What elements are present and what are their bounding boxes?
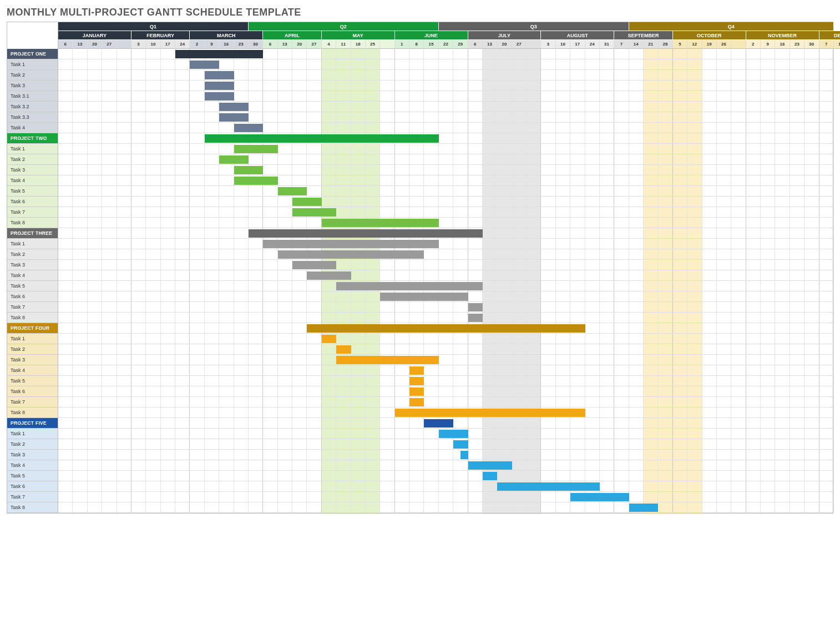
project-label: PROJECT ONE: [7, 49, 58, 59]
task-row: Task 7: [7, 302, 833, 313]
week-header: 11: [336, 40, 351, 49]
task-row: Task 3.2: [7, 102, 833, 112]
gantt-bar: [380, 293, 468, 301]
task-label: Task 7: [7, 207, 58, 218]
gantt-bar: [205, 71, 234, 79]
row-grid: [58, 91, 833, 102]
task-row: Task 5: [7, 376, 833, 386]
gantt-bar: [205, 134, 439, 143]
task-row: Task 7: [7, 207, 833, 218]
task-label: Task 6: [7, 291, 58, 302]
gantt-chart: Q1Q2Q3Q4JANUARYFEBRUARYMARCHAPRILMAYJUNE…: [7, 22, 833, 514]
gantt-bar: [468, 314, 483, 322]
month-header: MARCH: [190, 31, 263, 40]
header-weeks-row: 6132027310172429162330613202741118251815…: [7, 40, 833, 49]
task-label: Task 5: [7, 471, 58, 481]
week-header: 9: [761, 40, 775, 49]
row-grid: [58, 492, 833, 502]
task-label: Task 1: [7, 429, 58, 439]
week-header: 29: [453, 40, 468, 49]
task-label: Task 1: [7, 59, 58, 70]
task-row: Task 5: [7, 471, 833, 481]
row-grid: [58, 407, 833, 418]
row-grid: [58, 175, 833, 186]
gantt-bar: [336, 356, 439, 364]
gantt-bar: [570, 493, 629, 501]
week-header: [117, 40, 131, 49]
row-grid: [58, 102, 833, 112]
task-row: Task 1: [7, 59, 833, 70]
week-header: 9: [205, 40, 219, 49]
project-label: PROJECT TWO: [7, 133, 58, 144]
gantt-bar: [424, 419, 453, 427]
task-row: Task 1: [7, 144, 833, 154]
task-label: Task 4: [7, 175, 58, 186]
week-header: 6: [58, 40, 73, 49]
gantt-bar: [483, 472, 497, 480]
task-label: Task 3: [7, 260, 58, 270]
task-label: Task 2: [7, 439, 58, 450]
task-row: Task 8: [7, 502, 833, 513]
week-header: 12: [687, 40, 702, 49]
week-header: 4: [322, 40, 336, 49]
task-row: Task 5: [7, 281, 833, 291]
row-grid: [58, 418, 833, 429]
gantt-bar: [205, 92, 234, 100]
row-grid: [58, 365, 833, 376]
row-grid: [58, 239, 833, 249]
row-grid: [58, 123, 833, 133]
task-label: Task 6: [7, 197, 58, 207]
task-row: Task 6: [7, 481, 833, 492]
task-row: Task 5: [7, 186, 833, 197]
gantt-bar: [336, 345, 351, 354]
task-label: Task 5: [7, 376, 58, 386]
task-label: Task 1: [7, 144, 58, 154]
week-header: 30: [804, 40, 819, 49]
week-header: 7: [819, 40, 834, 49]
month-header: MAY: [322, 31, 395, 40]
week-header: 19: [702, 40, 717, 49]
task-label: Task 4: [7, 270, 58, 281]
gantt-bar: [409, 377, 424, 385]
gantt-bar: [292, 198, 322, 206]
row-grid: [58, 397, 833, 407]
task-label: Task 3.2: [7, 102, 58, 112]
row-grid: [58, 386, 833, 397]
quarter-header: Q2: [249, 22, 439, 31]
project-label: PROJECT FIVE: [7, 418, 58, 429]
week-header: [527, 40, 541, 49]
gantt-bar: [409, 388, 424, 396]
row-grid: [58, 481, 833, 492]
task-label: Task 7: [7, 492, 58, 502]
task-label: Task 3: [7, 165, 58, 175]
task-label: Task 3.3: [7, 112, 58, 123]
task-row: Task 2: [7, 439, 833, 450]
row-grid: [58, 439, 833, 450]
task-row: Task 2: [7, 70, 833, 80]
row-grid: [58, 59, 833, 70]
row-grid: [58, 165, 833, 175]
task-row: Task 4: [7, 175, 833, 186]
row-grid: [58, 112, 833, 123]
task-label: Task 4: [7, 365, 58, 376]
row-grid: [58, 355, 833, 365]
task-row: Task 8: [7, 218, 833, 228]
week-header: 1: [395, 40, 409, 49]
week-header: 16: [775, 40, 790, 49]
task-label: Task 7: [7, 397, 58, 407]
task-row: Task 6: [7, 291, 833, 302]
gantt-bar: [468, 461, 512, 470]
week-header: 2: [190, 40, 204, 49]
week-header: 18: [351, 40, 366, 49]
gantt-bar: [409, 366, 424, 375]
task-label: Task 2: [7, 249, 58, 260]
gantt-bar: [336, 282, 483, 290]
task-label: Task 8: [7, 313, 58, 323]
task-row: Task 2: [7, 344, 833, 355]
task-row: Task 1: [7, 334, 833, 344]
week-header: 13: [278, 40, 292, 49]
row-grid: [58, 450, 833, 460]
task-label: Task 8: [7, 407, 58, 418]
gantt-bar: [292, 208, 336, 217]
task-label: Task 3: [7, 355, 58, 365]
